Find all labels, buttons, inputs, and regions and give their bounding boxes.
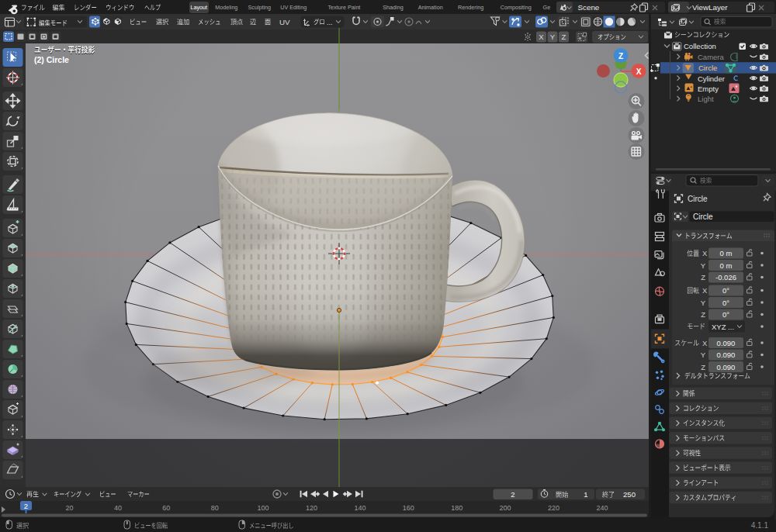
- svg-text:UV Editing: UV Editing: [280, 4, 307, 11]
- svg-text:200: 200: [500, 504, 511, 512]
- svg-text:Z: Z: [701, 310, 705, 319]
- svg-text:UV: UV: [279, 18, 290, 26]
- svg-text:Y: Y: [701, 261, 706, 270]
- svg-text:Y: Y: [550, 33, 556, 41]
- svg-text:0°: 0°: [722, 299, 729, 307]
- svg-text:X: X: [539, 33, 544, 41]
- svg-text:80: 80: [211, 504, 219, 512]
- svg-text:Y: Y: [701, 299, 706, 307]
- svg-text:Circle: Circle: [693, 212, 713, 221]
- svg-text:Circle: Circle: [688, 195, 708, 203]
- svg-text:0.090: 0.090: [717, 339, 736, 347]
- svg-text:Camera: Camera: [698, 53, 725, 61]
- svg-text:Collection: Collection: [684, 42, 716, 50]
- svg-text:250: 250: [623, 490, 636, 499]
- svg-text:Scene: Scene: [578, 3, 600, 12]
- svg-text:Z: Z: [562, 33, 566, 41]
- svg-text:Y: Y: [701, 351, 706, 359]
- svg-text:0.090: 0.090: [717, 363, 736, 371]
- svg-text:0°: 0°: [722, 310, 729, 319]
- svg-text:Layout: Layout: [191, 4, 208, 11]
- svg-text:20: 20: [65, 504, 73, 512]
- svg-text:(2) Circle: (2) Circle: [34, 55, 69, 64]
- svg-text:X: X: [702, 249, 708, 257]
- svg-text:Z: Z: [618, 52, 623, 60]
- svg-text:...: ...: [327, 19, 333, 26]
- svg-text:1: 1: [584, 490, 587, 499]
- svg-text:60: 60: [162, 504, 170, 512]
- svg-text:100: 100: [258, 504, 269, 512]
- svg-text:0.090: 0.090: [717, 351, 736, 359]
- svg-text:Modeling: Modeling: [215, 4, 237, 11]
- svg-text:2: 2: [24, 502, 28, 510]
- svg-text:40: 40: [114, 504, 122, 512]
- svg-text:Z: Z: [701, 273, 705, 282]
- svg-text:0 m: 0 m: [720, 261, 733, 270]
- svg-text:Empty: Empty: [698, 85, 719, 93]
- svg-text:X: X: [702, 339, 708, 347]
- svg-text:Shading: Shading: [383, 4, 403, 11]
- svg-text:220: 220: [548, 504, 559, 512]
- svg-text:0 m: 0 m: [720, 249, 733, 257]
- svg-text:X: X: [636, 67, 642, 76]
- svg-text:180: 180: [451, 504, 462, 512]
- svg-text:140: 140: [354, 504, 365, 512]
- svg-text:ViewLayer: ViewLayer: [692, 3, 728, 12]
- svg-text:Cylinder: Cylinder: [698, 74, 725, 83]
- svg-text:Rendering: Rendering: [458, 4, 483, 11]
- svg-text:Compositing: Compositing: [501, 4, 532, 11]
- svg-text:Ge: Ge: [543, 4, 551, 11]
- svg-text:Z: Z: [701, 363, 705, 371]
- svg-text:Light: Light: [698, 95, 714, 103]
- svg-text:Texture Paint: Texture Paint: [327, 4, 360, 11]
- svg-text:Sculpting: Sculpting: [248, 4, 272, 11]
- svg-text:-0.026: -0.026: [715, 273, 736, 282]
- svg-text:0°: 0°: [722, 286, 729, 295]
- svg-text:2: 2: [511, 490, 514, 499]
- svg-text:4.1.1: 4.1.1: [751, 521, 769, 530]
- svg-text:Animation: Animation: [418, 4, 443, 11]
- svg-text:X: X: [702, 286, 708, 295]
- svg-text:XYZ ...: XYZ ...: [712, 323, 734, 331]
- svg-text:Circle: Circle: [698, 64, 717, 72]
- svg-text:160: 160: [403, 504, 414, 512]
- svg-text:240: 240: [596, 504, 608, 512]
- svg-text:120: 120: [306, 504, 317, 512]
